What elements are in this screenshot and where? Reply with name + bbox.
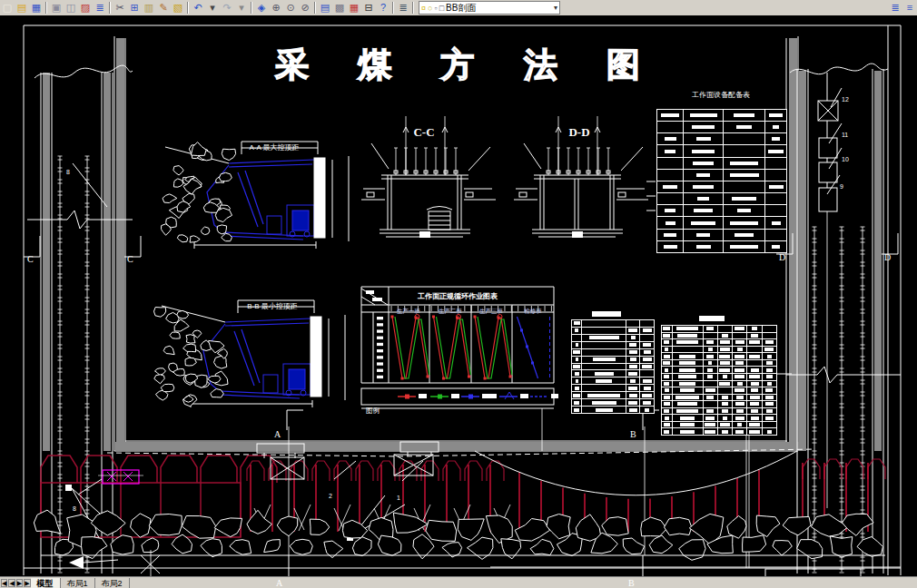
undo-drop-icon[interactable]: ▾ bbox=[205, 1, 220, 15]
application-window: ▢▤▦▣◫▨≣✂⊞▥✎▧↶▾↷▾◈⊕⊙⊘▤▩▦⊟?≣¤○▫□BB剖面▾≣≡ 采 … bbox=[0, 0, 917, 588]
equipment-table bbox=[656, 109, 787, 253]
tab-nav-buttons: ◀◀▶▶ bbox=[0, 578, 31, 588]
bulb-icon: ¤ bbox=[421, 4, 426, 13]
equipment-table-title: 工作面设备配备表 bbox=[692, 90, 750, 100]
toolpalettes-icon[interactable]: ▦ bbox=[347, 1, 361, 15]
spell-icon[interactable]: ▨ bbox=[78, 1, 93, 15]
layer-dropdown-value: BB剖面 bbox=[446, 2, 476, 15]
section-marker-a-top: A bbox=[274, 429, 281, 439]
calculator-icon[interactable]: ⊟ bbox=[361, 1, 376, 15]
cut-icon[interactable]: ✂ bbox=[113, 1, 127, 15]
layer-states-icon[interactable]: ≡ bbox=[902, 1, 917, 15]
cad-line-art bbox=[0, 15, 917, 588]
help-icon[interactable]: ? bbox=[376, 1, 390, 15]
tab-layout1[interactable]: 布局1 bbox=[61, 578, 95, 588]
view-aa-label: A-A 最大控顶距 bbox=[249, 142, 299, 152]
paste-icon[interactable]: ▥ bbox=[142, 1, 156, 15]
labour-organization-table bbox=[661, 325, 777, 436]
section-marker-d-right: D bbox=[884, 252, 891, 262]
view-cc-label: C-C bbox=[413, 125, 434, 140]
zoom-realtime-icon[interactable]: ⊕ bbox=[269, 1, 283, 15]
layers-icon[interactable]: ≣ bbox=[396, 1, 410, 15]
shift-1-label: 生产一班 bbox=[397, 308, 420, 316]
new-icon[interactable]: ▢ bbox=[0, 1, 15, 15]
shift-2-label: 生产二班 bbox=[439, 308, 462, 316]
layer-previous-icon[interactable]: ≣ bbox=[888, 1, 902, 15]
color-swatch-icon: □ bbox=[439, 4, 444, 13]
tab-layout2[interactable]: 布局2 bbox=[95, 578, 130, 588]
section-marker-c-left: C bbox=[27, 254, 34, 264]
callout-11: 11 bbox=[842, 132, 848, 138]
dropdown-arrow-icon[interactable]: ▾ bbox=[554, 4, 557, 12]
section-marker-c-right: C bbox=[127, 254, 133, 264]
redo-icon[interactable]: ↷ bbox=[220, 1, 234, 15]
cyclogram-title: 工作面正规循环作业图表 bbox=[418, 291, 498, 301]
shift-3-label: 生产三班 bbox=[479, 308, 503, 316]
tab-model[interactable]: 模型 bbox=[31, 578, 61, 588]
pan-icon[interactable]: ◈ bbox=[254, 1, 269, 15]
tab-nav-0[interactable]: ◀ bbox=[1, 579, 7, 587]
freeze-icon: ○ bbox=[428, 4, 432, 13]
section-marker-b-top: B bbox=[630, 429, 636, 439]
toolbar: ▢▤▦▣◫▨≣✂⊞▥✎▧↶▾↷▾◈⊕⊙⊘▤▩▦⊟?≣¤○▫□BB剖面▾≣≡ bbox=[0, 0, 917, 16]
publish-icon[interactable]: ≣ bbox=[93, 1, 107, 15]
callout-9: 9 bbox=[840, 183, 843, 190]
save-icon[interactable]: ▦ bbox=[29, 1, 44, 15]
right-table-title bbox=[699, 316, 725, 321]
section-marker-b-bottom: B bbox=[628, 578, 635, 588]
drawing-title: 采 煤 方 法 图 bbox=[275, 43, 660, 88]
matchprop-icon[interactable]: ✎ bbox=[156, 1, 171, 15]
properties-icon[interactable]: ▤ bbox=[318, 1, 332, 15]
tab-nav-2[interactable]: ▶ bbox=[16, 579, 23, 587]
matchlight-icon[interactable]: ▧ bbox=[171, 1, 185, 15]
print-icon[interactable]: ▣ bbox=[49, 1, 64, 15]
shift-4-label: 检修班 bbox=[524, 308, 542, 316]
layer-dropdown[interactable]: ¤○▫□BB剖面▾ bbox=[419, 1, 560, 15]
drawing-canvas[interactable]: 采 煤 方 法 图 A-A 最大控顶距 B-B 最小控顶距 C-C D-D 工作… bbox=[0, 15, 917, 576]
callout-2: 2 bbox=[329, 493, 332, 499]
section-marker-d-left: D bbox=[779, 252, 785, 262]
preview-icon[interactable]: ◫ bbox=[64, 1, 78, 15]
callout-1: 1 bbox=[397, 495, 400, 501]
callout-8-plan: 8 bbox=[73, 505, 76, 512]
open-icon[interactable]: ▤ bbox=[15, 1, 29, 15]
copy-icon[interactable]: ⊞ bbox=[127, 1, 142, 15]
tab-nav-3[interactable]: ▶ bbox=[24, 579, 30, 587]
mid-table-title bbox=[592, 311, 621, 317]
lock-icon: ▫ bbox=[434, 4, 437, 13]
section-marker-a-bottom: A bbox=[276, 578, 282, 588]
callout-12: 12 bbox=[842, 96, 849, 103]
tab-nav-1[interactable]: ◀ bbox=[8, 579, 15, 587]
designcenter-icon[interactable]: ▩ bbox=[332, 1, 347, 15]
undo-icon[interactable]: ↶ bbox=[191, 1, 205, 15]
callout-10: 10 bbox=[842, 156, 849, 162]
cycle-parameter-table bbox=[571, 319, 655, 414]
view-dd-label: D-D bbox=[568, 125, 589, 140]
zoom-previous-icon[interactable]: ⊘ bbox=[298, 1, 312, 15]
zoom-window-icon[interactable]: ⊙ bbox=[283, 1, 298, 15]
view-bb-label: B-B 最小控顶距 bbox=[247, 301, 298, 311]
layout-tabbar: ◀◀▶▶ 模型 布局1 布局2 bbox=[0, 576, 917, 588]
callout-8-roadway: 8 bbox=[66, 169, 70, 175]
legend-label: 图例 bbox=[366, 407, 380, 416]
redo-drop-icon[interactable]: ▾ bbox=[234, 1, 249, 15]
